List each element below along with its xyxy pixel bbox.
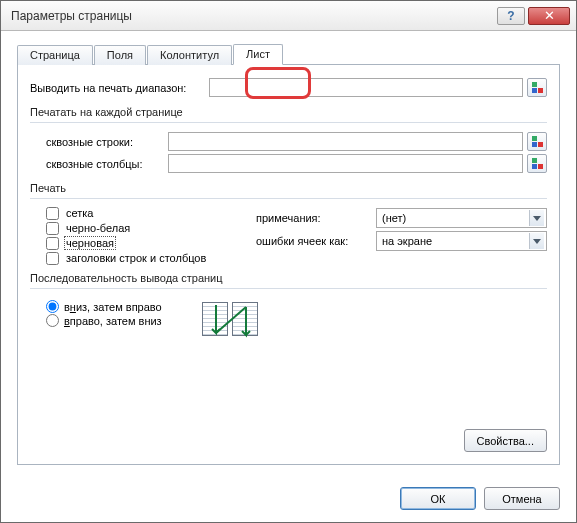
repeat-group-title: Печатать на каждой странице: [30, 106, 547, 118]
gridlines-checkbox[interactable]: сетка: [46, 206, 256, 220]
tab-sheet[interactable]: Лист: [233, 44, 283, 65]
page-order-illustration: [200, 299, 262, 343]
sheet-panel: Выводить на печать диапазон: Печатать на…: [17, 64, 560, 465]
tab-page[interactable]: Страница: [17, 45, 93, 65]
window-title: Параметры страницы: [11, 9, 494, 23]
gridlines-label: сетка: [64, 206, 95, 220]
dialog-body: Страница Поля Колонтитул Лист Выводить н…: [1, 31, 576, 479]
cancel-button[interactable]: Отмена: [484, 487, 560, 510]
errors-value: на экране: [382, 235, 529, 247]
gridlines-input[interactable]: [46, 207, 59, 220]
collapse-dialog-icon: [532, 158, 543, 169]
chevron-down-icon: [529, 210, 544, 226]
down-then-over-input[interactable]: [46, 300, 59, 313]
print-range-row: Выводить на печать диапазон:: [30, 78, 547, 97]
bw-label: черно-белая: [64, 221, 132, 235]
comments-label: примечания:: [256, 212, 376, 224]
help-button[interactable]: ?: [497, 7, 525, 25]
repeat-cols-row: сквозные столбцы:: [46, 154, 547, 173]
repeat-rows-row: сквозные строки:: [46, 132, 547, 151]
page-setup-dialog: Параметры страницы ? ✕ Страница Поля Кол…: [0, 0, 577, 523]
headings-checkbox[interactable]: заголовки строк и столбцов: [46, 251, 256, 265]
close-button[interactable]: ✕: [528, 7, 570, 25]
down-then-over-label: вниз, затем вправо: [64, 301, 162, 313]
bw-checkbox[interactable]: черно-белая: [46, 221, 256, 235]
comments-value: (нет): [382, 212, 529, 224]
headings-label: заголовки строк и столбцов: [64, 251, 208, 265]
print-range-label: Выводить на печать диапазон:: [30, 82, 205, 94]
chevron-down-icon: [529, 233, 544, 249]
order-group-title: Последовательность вывода страниц: [30, 272, 547, 284]
separator: [30, 122, 547, 123]
close-icon: ✕: [544, 9, 555, 22]
properties-button[interactable]: Свойства...: [464, 429, 547, 452]
separator: [30, 198, 547, 199]
collapse-dialog-icon: [532, 82, 543, 93]
bw-input[interactable]: [46, 222, 59, 235]
help-icon: ?: [507, 9, 514, 23]
ok-button[interactable]: ОК: [400, 487, 476, 510]
draft-label: черновая: [64, 236, 116, 250]
comments-combo[interactable]: (нет): [376, 208, 547, 228]
draft-input[interactable]: [46, 237, 59, 250]
separator: [30, 288, 547, 289]
repeat-rows-ref-button[interactable]: [527, 132, 547, 151]
tab-headerfooter[interactable]: Колонтитул: [147, 45, 232, 65]
down-then-over-radio[interactable]: вниз, затем вправо: [46, 300, 196, 313]
tab-margins[interactable]: Поля: [94, 45, 146, 65]
tab-strip: Страница Поля Колонтитул Лист: [17, 43, 560, 65]
print-range-input[interactable]: [209, 78, 523, 97]
print-range-ref-button[interactable]: [527, 78, 547, 97]
errors-label: ошибки ячеек как:: [256, 235, 376, 247]
titlebar: Параметры страницы ? ✕: [1, 1, 576, 31]
collapse-dialog-icon: [532, 136, 543, 147]
repeat-rows-label: сквозные строки:: [46, 136, 164, 148]
dialog-buttons: ОК Отмена: [1, 479, 576, 522]
repeat-rows-input[interactable]: [168, 132, 523, 151]
draft-checkbox[interactable]: черновая: [46, 236, 256, 250]
over-then-down-label: вправо, затем вниз: [64, 315, 162, 327]
print-group-title: Печать: [30, 182, 547, 194]
repeat-cols-ref-button[interactable]: [527, 154, 547, 173]
repeat-cols-label: сквозные столбцы:: [46, 158, 164, 170]
headings-input[interactable]: [46, 252, 59, 265]
repeat-cols-input[interactable]: [168, 154, 523, 173]
errors-combo[interactable]: на экране: [376, 231, 547, 251]
over-then-down-radio[interactable]: вправо, затем вниз: [46, 314, 196, 327]
over-then-down-input[interactable]: [46, 314, 59, 327]
